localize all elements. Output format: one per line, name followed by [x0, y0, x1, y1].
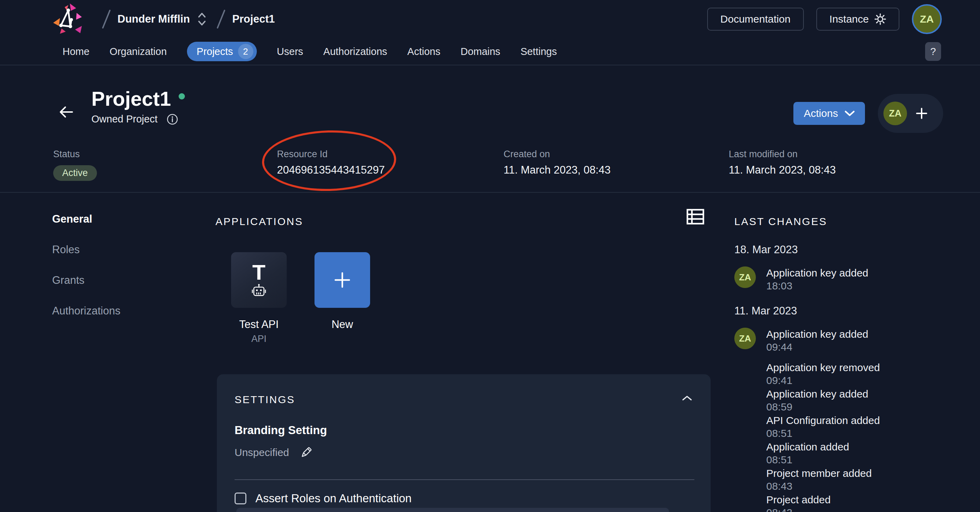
section-divider: [0, 192, 980, 193]
page-title-text: Project1: [91, 88, 171, 110]
applications-section-title: APPLICATIONS: [215, 216, 303, 228]
event-avatar: ZA: [734, 266, 756, 288]
tab-organization[interactable]: Organization: [110, 46, 167, 57]
event-title: Project added: [766, 493, 943, 506]
add-member-button[interactable]: [915, 107, 929, 120]
actions-label: Actions: [804, 107, 838, 119]
gear-icon: [874, 13, 886, 25]
project-state-dot: [179, 93, 185, 99]
change-event[interactable]: Project member added 08:43: [766, 467, 943, 493]
contributor-initials: ZA: [889, 108, 902, 119]
tab-settings[interactable]: Settings: [520, 46, 557, 57]
resource-id-label: Resource Id: [277, 149, 385, 160]
plus-icon: [915, 107, 929, 120]
sidebar-item-general[interactable]: General: [52, 213, 120, 225]
help-button[interactable]: ?: [925, 42, 941, 61]
meta-modified: Last modified on 11. March 2023, 08:43: [729, 149, 836, 176]
tab-users[interactable]: Users: [277, 46, 303, 57]
change-event[interactable]: Application key removed 09:41: [766, 361, 943, 387]
documentation-button[interactable]: Documentation: [707, 8, 804, 30]
app-initial: T: [252, 262, 266, 283]
unfold-chevrons-icon[interactable]: [197, 11, 207, 27]
change-event[interactable]: API Configuration added 08:51: [766, 414, 943, 440]
actions-dropdown-button[interactable]: Actions: [793, 102, 865, 125]
event-avatar: ZA: [734, 328, 756, 349]
branding-setting-label: Branding Setting: [235, 424, 327, 437]
new-app-card[interactable]: [315, 252, 370, 308]
event-text: Application key added 09:44: [766, 328, 869, 353]
sidebar-item-roles[interactable]: Roles: [52, 244, 120, 256]
sidebar-item-authorizations[interactable]: Authorizations: [52, 305, 120, 317]
projects-count-badge: 2: [238, 44, 253, 59]
info-icon[interactable]: [167, 113, 178, 125]
change-event[interactable]: Project added 08:43: [766, 493, 943, 512]
contributor-avatar[interactable]: ZA: [883, 102, 907, 125]
event-time: 09:44: [766, 341, 869, 353]
tab-projects[interactable]: Projects 2: [187, 42, 257, 61]
tab-home[interactable]: Home: [62, 46, 89, 57]
new-card-caption: New: [315, 318, 370, 331]
chevron-up-icon: [681, 394, 693, 401]
arrow-left-icon: [58, 104, 74, 120]
collapse-settings-button[interactable]: [681, 394, 693, 401]
change-event[interactable]: ZA Application key added 18:03: [734, 266, 943, 292]
meta-resource-id: Resource Id 204696135443415297: [277, 149, 385, 176]
avatar-initials: ZA: [920, 13, 934, 25]
back-button[interactable]: [58, 103, 76, 121]
card-divider: [235, 479, 694, 480]
user-avatar[interactable]: ZA: [912, 4, 942, 34]
project-side-nav: General Roles Grants Authorizations: [52, 213, 120, 317]
console-app: Dunder Mifflin Project1 Documentation In…: [0, 0, 980, 512]
app-card-test-api[interactable]: T: [231, 252, 287, 308]
meta-status: Status Active: [53, 149, 97, 181]
event-title: Application key removed: [766, 361, 943, 374]
page-subtitle-row: Owned Project: [91, 113, 185, 125]
instance-button[interactable]: Instance: [816, 8, 899, 30]
zitadel-logo-icon[interactable]: [52, 2, 86, 36]
tab-projects-label: Projects: [197, 46, 233, 57]
app-name: Test API: [224, 318, 294, 331]
last-changes-panel: LAST CHANGES 18. Mar 2023 ZA Application…: [734, 216, 943, 512]
event-title: Application key added: [766, 328, 869, 341]
changes-date-header: 18. Mar 2023: [734, 244, 943, 256]
change-event[interactable]: Application key added 08:59: [766, 388, 943, 413]
page-subtitle: Owned Project: [91, 113, 158, 125]
resource-id-value: 204696135443415297: [277, 164, 385, 176]
assert-roles-row: Assert Roles on Authentication: [235, 492, 412, 505]
chevron-down-icon: [845, 110, 854, 116]
page-title: Project1: [91, 88, 185, 110]
event-time: 08:51: [766, 453, 943, 466]
changes-date-header: 11. Mar 2023: [734, 305, 943, 317]
assert-roles-checkbox[interactable]: [235, 493, 247, 504]
edit-branding-button[interactable]: [299, 445, 313, 460]
last-changes-title: LAST CHANGES: [734, 216, 943, 228]
tab-authorizations[interactable]: Authorizations: [323, 46, 387, 57]
event-title: Application key added: [766, 266, 869, 279]
sidebar-item-grants[interactable]: Grants: [52, 274, 120, 287]
table-view-toggle-icon[interactable]: [686, 209, 705, 225]
documentation-label: Documentation: [721, 13, 791, 25]
tab-domains[interactable]: Domains: [460, 46, 500, 57]
modified-label: Last modified on: [729, 149, 836, 160]
event-title: Project member added: [766, 467, 943, 480]
contributors-pill: ZA: [878, 94, 943, 133]
branding-setting-value: Unspecified: [235, 447, 289, 458]
breadcrumb-slash-icon: [102, 10, 110, 29]
event-avatar-initials: ZA: [739, 333, 751, 344]
event-text: Application key added 18:03: [766, 266, 869, 292]
event-time: 08:43: [766, 480, 943, 493]
org-switcher[interactable]: Dunder Mifflin: [118, 13, 190, 26]
event-avatar-initials: ZA: [739, 272, 751, 283]
event-time: 08:59: [766, 400, 943, 413]
header-actions: Documentation Instance: [707, 4, 942, 34]
tab-actions[interactable]: Actions: [407, 46, 440, 57]
settings-section-title: SETTINGS: [235, 394, 295, 405]
plus-icon: [332, 270, 352, 290]
event-time: 18:03: [766, 279, 869, 292]
change-event[interactable]: ZA Application key added 09:44: [734, 328, 943, 353]
event-time: 08:51: [766, 427, 943, 440]
breadcrumb-project[interactable]: Project1: [232, 13, 275, 26]
change-event[interactable]: Application added 08:51: [766, 440, 943, 466]
breadcrumb-slash-icon: [217, 10, 226, 29]
new-label: New: [315, 318, 370, 331]
